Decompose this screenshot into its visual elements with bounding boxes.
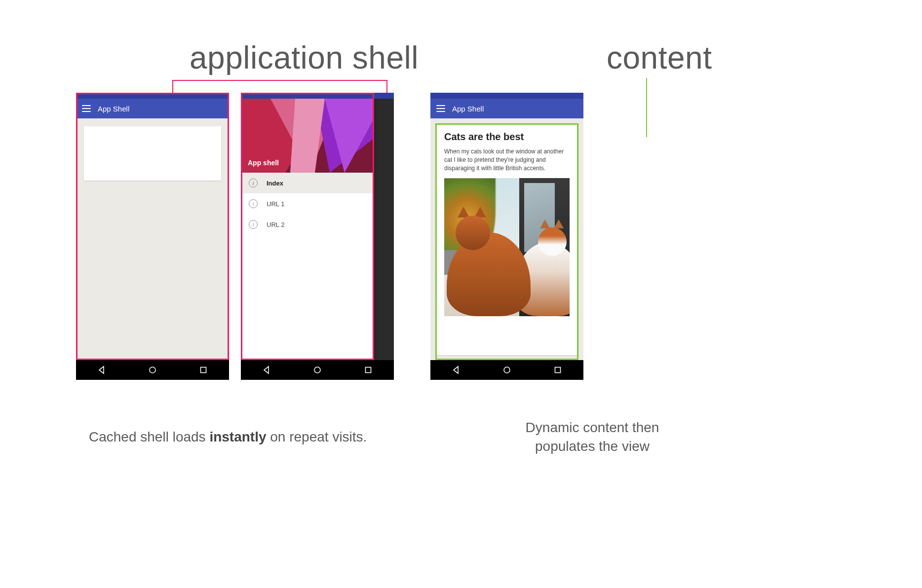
drawer-item-url2[interactable]: i URL 2: [241, 214, 374, 235]
info-icon: i: [249, 199, 258, 208]
nav-recent-icon[interactable]: [199, 366, 208, 374]
drawer-title: App shell: [248, 159, 279, 167]
app-bar: App Shell: [76, 99, 229, 118]
status-bar: [76, 93, 229, 99]
phone-body: Cats are the best When my cats look out …: [430, 118, 583, 360]
content-image: [444, 178, 570, 316]
info-icon: i: [249, 220, 258, 229]
nav-back-icon[interactable]: [262, 366, 271, 374]
nav-recent-icon[interactable]: [553, 366, 562, 374]
android-nav-bar: [76, 360, 229, 380]
status-bar: [241, 93, 394, 99]
caption-shell: Cached shell loads instantly on repeat v…: [89, 429, 367, 445]
drawer-item-index[interactable]: i Index: [241, 173, 374, 193]
phone-body: App shell i Index i URL 1 i U: [241, 99, 394, 360]
app-bar-title: App Shell: [452, 105, 484, 113]
svg-point-8: [314, 367, 320, 373]
drawer-list: i Index i URL 1 i URL 2: [241, 173, 374, 235]
nav-home-icon[interactable]: [148, 366, 157, 374]
phone-shell-empty: App Shell: [76, 93, 229, 380]
caption-content: Dynamic content then populates the view: [499, 418, 686, 456]
phones-row: App Shell: [76, 93, 583, 380]
drawer-item-label: URL 1: [267, 200, 284, 208]
connector-shell-drop-left: [172, 80, 173, 93]
placeholder-card: [84, 126, 221, 181]
info-icon: i: [249, 179, 258, 187]
connector-content-drop: [646, 78, 647, 137]
svg-point-0: [150, 367, 155, 373]
nav-drawer: App shell i Index i URL 1 i U: [241, 99, 374, 360]
app-bar-title: App Shell: [98, 105, 129, 113]
phone-content: App Shell Cats are the best When my cats…: [430, 93, 583, 380]
nav-back-icon[interactable]: [97, 366, 106, 374]
phone-body: [76, 118, 229, 360]
spacer: [406, 93, 419, 380]
drawer-item-label: URL 2: [267, 221, 284, 228]
drawer-item-label: Index: [267, 180, 283, 187]
menu-icon[interactable]: [82, 105, 91, 112]
drawer-item-url1[interactable]: i URL 1: [241, 193, 374, 214]
content-card: Cats are the best When my cats look out …: [435, 123, 578, 355]
heading-application-shell: application shell: [190, 39, 419, 76]
menu-icon[interactable]: [436, 105, 445, 112]
content-title: Cats are the best: [444, 131, 570, 143]
nav-back-icon[interactable]: [452, 366, 461, 374]
caption-text: Cached shell loads: [89, 429, 209, 444]
android-nav-bar: [430, 360, 583, 380]
connector-shell-horizontal: [172, 80, 386, 81]
nav-home-icon[interactable]: [502, 366, 511, 374]
svg-rect-11: [555, 368, 561, 373]
svg-rect-1: [201, 368, 206, 373]
caption-emphasis: instantly: [209, 429, 266, 444]
android-nav-bar: [241, 360, 394, 380]
caption-text: on repeat visits.: [267, 429, 367, 444]
content-body: When my cats look out the window at anot…: [444, 147, 570, 172]
connector-shell-drop-right: [386, 80, 387, 93]
svg-point-10: [504, 367, 510, 373]
app-bar: App Shell: [430, 99, 583, 118]
nav-home-icon[interactable]: [313, 366, 322, 374]
heading-content: content: [607, 39, 712, 76]
status-bar: [430, 93, 583, 99]
drawer-header: App shell: [241, 99, 374, 173]
nav-recent-icon[interactable]: [364, 366, 373, 374]
phone-shell-drawer: App shell i Index i URL 1 i U: [241, 93, 394, 380]
svg-rect-9: [366, 368, 371, 373]
